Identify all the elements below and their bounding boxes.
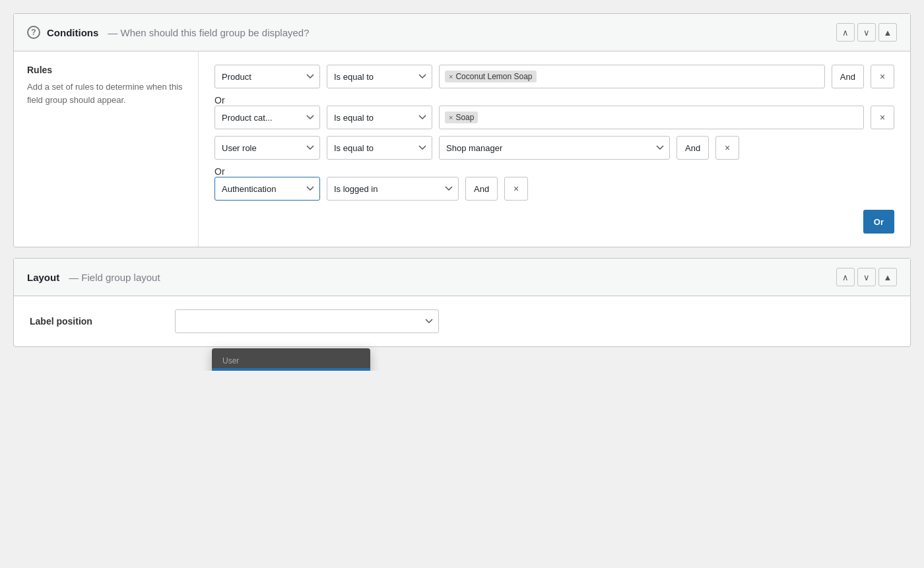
- rule2-value-input[interactable]: × Soap: [439, 106, 864, 129]
- label-position-label: Label position: [30, 316, 162, 327]
- rule3-and-btn[interactable]: And: [676, 136, 709, 160]
- or-separator-2: Or: [214, 166, 894, 177]
- type-dropdown-menu: User ✓ Authentication User role Product …: [212, 348, 370, 371]
- rule3-value-select[interactable]: Shop manager Administrator Editor Subscr…: [439, 136, 670, 160]
- layout-actions: ∧ ∨ ▲: [836, 268, 897, 286]
- or-button-row: Or: [214, 210, 894, 234]
- layout-collapse-btn[interactable]: ▲: [878, 268, 897, 286]
- rules-title: Rules: [27, 65, 185, 75]
- or-add-btn[interactable]: Or: [863, 210, 894, 234]
- rule4-and-btn[interactable]: And: [465, 177, 498, 201]
- layout-panel-header: Layout — Field group layout ∧ ∨ ▲: [14, 259, 910, 296]
- rule4-condition-select[interactable]: Is logged in Is not logged in: [327, 177, 459, 201]
- rule1-tag-coconut: × Coconut Lemon Soap: [445, 71, 537, 82]
- conditions-body: Rules Add a set of rules to determine wh…: [14, 51, 910, 247]
- rule-row-1: Product Product category Product variati…: [214, 65, 894, 88]
- layout-subtitle: — Field group layout: [69, 272, 160, 283]
- layout-title: Layout: [27, 272, 59, 283]
- rule2-type-select[interactable]: Product cat... Product Product category …: [214, 106, 320, 129]
- rule1-tag-coconut-x[interactable]: ×: [449, 73, 453, 80]
- layout-up-btn[interactable]: ∧: [836, 268, 855, 286]
- label-position-select[interactable]: Top Left Right: [175, 309, 439, 333]
- dropdown-group-user-label: User: [212, 352, 370, 368]
- rule4-remove-btn[interactable]: ×: [504, 177, 528, 201]
- rule-row-2: Product cat... Product Product category …: [214, 106, 894, 129]
- rules-sidebar: Rules Add a set of rules to determine wh…: [14, 51, 199, 247]
- rules-description: Add a set of rules to determine when thi…: [27, 80, 185, 106]
- rule3-type-select[interactable]: User role Product Product category Produ…: [214, 136, 320, 160]
- rule1-and-btn[interactable]: And: [832, 65, 864, 88]
- layout-body: Label position Top Left Right: [14, 296, 910, 346]
- rule2-condition-select[interactable]: Is equal to Is not equal to: [327, 106, 432, 129]
- rule1-type-select[interactable]: Product Product category Product variati…: [214, 65, 320, 88]
- conditions-panel: ? Conditions — When should this field gr…: [13, 13, 911, 247]
- rule2-tag-soap-x[interactable]: ×: [449, 113, 453, 121]
- rule1-remove-btn[interactable]: ×: [871, 65, 894, 88]
- rule3-remove-btn[interactable]: ×: [715, 136, 739, 160]
- rule1-value-input[interactable]: × Coconut Lemon Soap: [439, 65, 825, 88]
- conditions-subtitle: — When should this field group be displa…: [108, 27, 309, 38]
- conditions-up-btn[interactable]: ∧: [836, 23, 855, 42]
- dropdown-item-authentication[interactable]: ✓ Authentication: [212, 368, 370, 371]
- rule-row-3: User role Product Product category Produ…: [214, 136, 894, 160]
- layout-down-btn[interactable]: ∨: [857, 268, 876, 286]
- rule1-condition-select[interactable]: Is equal to Is not equal to: [327, 65, 432, 88]
- rule2-remove-btn[interactable]: ×: [871, 106, 894, 129]
- rule3-condition-select[interactable]: Is equal to Is not equal to: [327, 136, 432, 160]
- rule4-type-select[interactable]: Authentication Product Product category …: [214, 177, 320, 201]
- help-icon[interactable]: ?: [27, 26, 40, 39]
- conditions-actions: ∧ ∨ ▲: [836, 23, 897, 42]
- label-position-row: Label position Top Left Right: [30, 309, 894, 333]
- rule-row-4: Authentication Product Product category …: [214, 177, 894, 201]
- rule2-tag-soap: × Soap: [445, 111, 478, 123]
- layout-header-left: Layout — Field group layout: [27, 272, 160, 283]
- or-separator-1: Or: [214, 95, 894, 106]
- conditions-collapse-btn[interactable]: ▲: [878, 23, 897, 42]
- layout-panel: Layout — Field group layout ∧ ∨ ▲ Label …: [13, 258, 911, 347]
- conditions-panel-header: ? Conditions — When should this field gr…: [14, 14, 910, 51]
- conditions-title: Conditions: [47, 27, 98, 38]
- conditions-header-left: ? Conditions — When should this field gr…: [27, 26, 310, 39]
- conditions-down-btn[interactable]: ∨: [857, 23, 876, 42]
- rules-main: Product Product category Product variati…: [199, 51, 910, 247]
